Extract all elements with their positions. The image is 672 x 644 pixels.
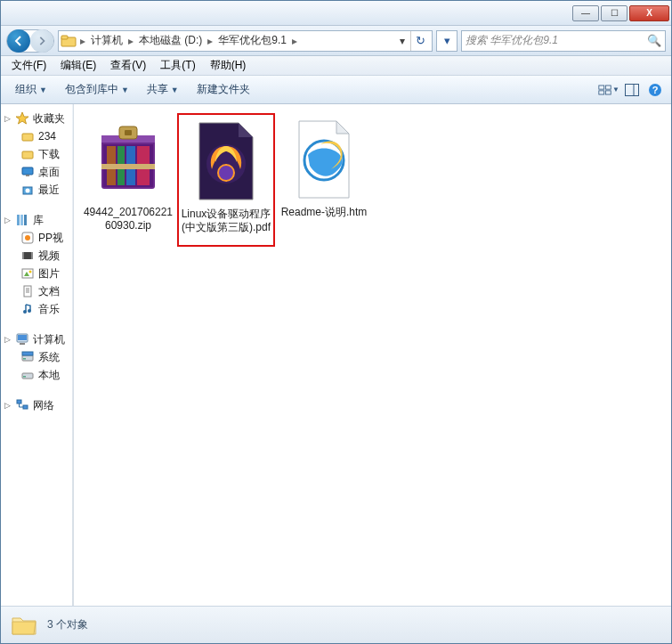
svg-rect-53 <box>101 164 155 169</box>
svg-rect-3 <box>605 85 611 88</box>
sidebar-favorites-header[interactable]: ▷ 收藏夹 <box>1 110 73 127</box>
file-item-zip[interactable]: 49442_20170622160930.zip <box>79 113 177 247</box>
minimize-button[interactable]: — <box>572 5 599 21</box>
sidebar-libraries-header[interactable]: ▷ 库 <box>1 211 73 229</box>
body: ▷ 收藏夹 234 下载 桌面 最近 ▷ 库 PP视 视频 <box>1 104 671 606</box>
search-input[interactable]: 搜索 华军优化包9.1 🔍 <box>461 30 666 52</box>
chevron-down-icon: ▼ <box>39 86 47 94</box>
sidebar-group-network: ▷ 网络 <box>1 396 73 414</box>
file-area[interactable]: 49442_20170622160930.zip Linux设备驱动程序(中文版 <box>74 104 671 606</box>
svg-point-27 <box>29 271 32 273</box>
svg-rect-11 <box>22 134 33 141</box>
sidebar-item-label: 桌面 <box>38 165 60 180</box>
sidebar-item[interactable]: 最近 <box>1 181 73 199</box>
breadcrumb-bar[interactable]: ▸ 计算机 ▸ 本地磁盘 (D:) ▸ 华军优化包9.1 ▸ ▾ ↻ <box>58 30 433 52</box>
svg-rect-35 <box>18 335 27 340</box>
collapse-icon: ▷ <box>3 216 12 224</box>
recent-icon <box>20 183 35 197</box>
download-icon <box>20 147 35 161</box>
collapse-icon: ▷ <box>3 401 12 410</box>
sidebar-item[interactable]: 下载 <box>1 145 73 163</box>
sidebar-item-label: 视频 <box>38 249 60 264</box>
nav-buttons <box>6 29 54 53</box>
sidebar-item[interactable]: 系统 <box>1 348 73 366</box>
sidebar-item-label: 本地 <box>38 368 60 383</box>
menu-file[interactable]: 文件(F) <box>4 56 53 75</box>
sidebar-item[interactable]: PP视 <box>1 229 73 247</box>
chevron-down-icon: ▼ <box>121 86 129 94</box>
picture-icon <box>20 266 35 281</box>
help-button[interactable]: ? <box>644 80 666 100</box>
view-options-button[interactable]: ▼ <box>598 80 619 100</box>
desktop-icon <box>20 165 35 179</box>
sidebar-item[interactable]: 桌面 <box>1 163 73 181</box>
menu-edit[interactable]: 编辑(E) <box>53 56 103 75</box>
toolbar-organize[interactable]: 组织 ▼ <box>6 78 56 101</box>
sidebar-item[interactable]: 音乐 <box>1 300 73 318</box>
star-icon <box>15 111 29 126</box>
sidebar-item[interactable]: 本地 <box>1 366 73 384</box>
title-bar: — ☐ X <box>1 1 671 26</box>
breadcrumb-dropdown-icon[interactable]: ▾ <box>394 35 410 47</box>
document-icon <box>20 284 35 298</box>
toolbar-newfolder-label: 新建文件夹 <box>197 82 250 97</box>
sidebar-item-label: 文档 <box>38 284 60 299</box>
menu-help[interactable]: 帮助(H) <box>203 56 254 75</box>
svg-point-32 <box>23 310 27 314</box>
toolbar-newfolder[interactable]: 新建文件夹 <box>188 78 259 101</box>
breadcrumb-sep-icon: ▸ <box>206 35 215 47</box>
breadcrumb-sep-icon: ▸ <box>78 35 87 47</box>
file-item-pdf[interactable]: Linux设备驱动程序(中文版第三版).pdf <box>177 113 275 247</box>
breadcrumb-seg-computer[interactable]: 计算机 <box>87 31 126 51</box>
library-icon <box>15 213 29 227</box>
sidebar-item-label: 音乐 <box>38 302 60 317</box>
file-item-htm[interactable]: Readme-说明.htm <box>275 113 373 247</box>
search-icon[interactable]: 🔍 <box>647 34 661 47</box>
maximize-button[interactable]: ☐ <box>601 5 627 21</box>
collapse-icon: ▷ <box>3 335 12 344</box>
close-button[interactable]: X <box>629 5 669 21</box>
refresh-button[interactable]: ↻ <box>410 31 430 51</box>
preview-pane-button[interactable] <box>621 80 643 100</box>
menu-tools[interactable]: 工具(T) <box>153 56 202 75</box>
svg-rect-6 <box>626 84 639 95</box>
file-name: Readme-说明.htm <box>281 206 368 219</box>
svg-rect-23 <box>22 252 24 259</box>
svg-rect-52 <box>125 130 132 135</box>
app-icon <box>20 231 35 245</box>
sidebar-item-label: 系统 <box>38 350 60 365</box>
explorer-window: — ☐ X ▸ 计算机 ▸ 本地磁盘 (D:) ▸ 华军优化包9.1 ▸ ▾ <box>0 0 672 644</box>
computer-icon <box>15 332 29 346</box>
svg-rect-12 <box>22 151 33 159</box>
menu-bar: 文件(F) 编辑(E) 查看(V) 工具(T) 帮助(H) <box>1 56 671 76</box>
history-dropdown-button[interactable]: ▾ <box>436 30 457 52</box>
network-icon <box>15 398 29 412</box>
breadcrumb-seg-drive[interactable]: 本地磁盘 (D:) <box>135 31 206 51</box>
svg-point-21 <box>25 235 30 240</box>
forward-button[interactable] <box>30 29 53 53</box>
svg-rect-42 <box>17 400 21 404</box>
sidebar-network-label: 网络 <box>33 398 54 413</box>
drive-icon <box>20 368 35 382</box>
sidebar-computer-header[interactable]: ▷ 计算机 <box>1 330 73 348</box>
sidebar-network-header[interactable]: ▷ 网络 <box>1 396 73 414</box>
toolbar-organize-label: 组织 <box>15 82 36 97</box>
svg-point-33 <box>28 309 31 313</box>
svg-rect-38 <box>23 358 26 360</box>
sidebar-item[interactable]: 视频 <box>1 247 73 265</box>
toolbar-include[interactable]: 包含到库中 ▼ <box>56 78 138 101</box>
sidebar-item[interactable]: 图片 <box>1 265 73 282</box>
status-text: 3 个对象 <box>47 617 88 632</box>
svg-rect-24 <box>31 252 33 259</box>
sidebar-item-label: 下载 <box>38 147 60 162</box>
sidebar-item-label: 图片 <box>38 266 60 281</box>
back-button[interactable] <box>7 29 30 53</box>
chevron-down-icon: ▼ <box>171 86 179 94</box>
status-bar: 3 个对象 <box>1 606 671 643</box>
breadcrumb-seg-folder[interactable]: 华军优化包9.1 <box>215 31 290 51</box>
sidebar-item[interactable]: 234 <box>1 127 73 145</box>
sidebar-item[interactable]: 文档 <box>1 282 73 300</box>
sidebar-group-computer: ▷ 计算机 系统 本地 <box>1 330 73 384</box>
toolbar-share[interactable]: 共享 ▼ <box>138 78 188 101</box>
menu-view[interactable]: 查看(V) <box>103 56 153 75</box>
